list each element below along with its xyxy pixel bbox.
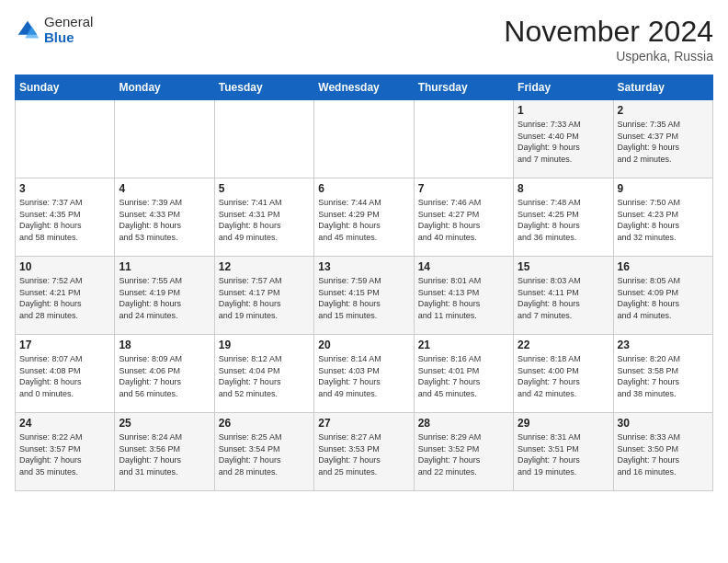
calendar-cell: 23Sunrise: 8:20 AM Sunset: 3:58 PM Dayli…	[613, 335, 712, 413]
calendar-cell: 17Sunrise: 8:07 AM Sunset: 4:08 PM Dayli…	[16, 335, 115, 413]
location-label: Uspenka, Russia	[504, 49, 713, 63]
day-number: 6	[318, 182, 409, 195]
day-number: 19	[219, 339, 310, 351]
calendar-cell	[16, 100, 115, 178]
day-number: 21	[418, 339, 509, 351]
day-info: Sunrise: 8:29 AM Sunset: 3:52 PM Dayligh…	[418, 431, 509, 477]
day-number: 26	[219, 417, 310, 430]
logo-blue-label: Blue	[44, 30, 93, 46]
day-number: 14	[418, 260, 509, 273]
day-info: Sunrise: 8:01 AM Sunset: 4:13 PM Dayligh…	[418, 275, 509, 321]
day-number: 29	[518, 417, 609, 430]
day-info: Sunrise: 8:33 AM Sunset: 3:50 PM Dayligh…	[618, 431, 709, 477]
calendar-cell: 1Sunrise: 7:33 AM Sunset: 4:40 PM Daylig…	[514, 100, 613, 178]
day-header-wednesday: Wednesday	[314, 75, 414, 100]
title-block: November 2024 Uspenka, Russia	[504, 15, 713, 63]
day-number: 12	[219, 260, 310, 273]
calendar-week-5: 24Sunrise: 8:22 AM Sunset: 3:57 PM Dayli…	[16, 413, 713, 491]
calendar-cell: 29Sunrise: 8:31 AM Sunset: 3:51 PM Dayli…	[514, 413, 613, 491]
calendar-cell: 8Sunrise: 7:48 AM Sunset: 4:25 PM Daylig…	[514, 178, 613, 257]
calendar-week-4: 17Sunrise: 8:07 AM Sunset: 4:08 PM Dayli…	[16, 335, 713, 413]
calendar-cell: 13Sunrise: 7:59 AM Sunset: 4:15 PM Dayli…	[314, 257, 414, 335]
calendar-cell	[115, 100, 214, 178]
calendar-cell: 20Sunrise: 8:14 AM Sunset: 4:03 PM Dayli…	[314, 335, 414, 413]
calendar-cell	[414, 100, 513, 178]
calendar-cell: 21Sunrise: 8:16 AM Sunset: 4:01 PM Dayli…	[414, 335, 513, 413]
calendar-cell: 4Sunrise: 7:39 AM Sunset: 4:33 PM Daylig…	[115, 178, 214, 257]
day-info: Sunrise: 7:46 AM Sunset: 4:27 PM Dayligh…	[418, 197, 509, 243]
day-number: 13	[318, 260, 409, 273]
day-number: 20	[318, 339, 409, 351]
day-number: 15	[518, 260, 609, 273]
day-info: Sunrise: 8:20 AM Sunset: 3:58 PM Dayligh…	[618, 353, 709, 399]
day-number: 24	[19, 417, 110, 430]
day-number: 22	[518, 339, 609, 351]
calendar-cell: 2Sunrise: 7:35 AM Sunset: 4:37 PM Daylig…	[613, 100, 712, 178]
day-number: 2	[618, 104, 709, 117]
day-info: Sunrise: 8:12 AM Sunset: 4:04 PM Dayligh…	[219, 353, 310, 399]
day-info: Sunrise: 8:16 AM Sunset: 4:01 PM Dayligh…	[418, 353, 509, 399]
page-header: General Blue November 2024 Uspenka, Russ…	[15, 15, 713, 63]
logo-icon	[15, 17, 40, 43]
calendar-week-1: 1Sunrise: 7:33 AM Sunset: 4:40 PM Daylig…	[16, 100, 713, 178]
calendar-cell: 10Sunrise: 7:52 AM Sunset: 4:21 PM Dayli…	[16, 257, 115, 335]
day-info: Sunrise: 8:31 AM Sunset: 3:51 PM Dayligh…	[518, 431, 609, 477]
day-info: Sunrise: 8:27 AM Sunset: 3:53 PM Dayligh…	[318, 431, 409, 477]
day-number: 5	[219, 182, 310, 195]
day-info: Sunrise: 7:50 AM Sunset: 4:23 PM Dayligh…	[618, 197, 709, 243]
day-header-monday: Monday	[115, 75, 214, 100]
day-number: 25	[119, 417, 210, 430]
day-info: Sunrise: 7:35 AM Sunset: 4:37 PM Dayligh…	[618, 119, 709, 165]
day-header-tuesday: Tuesday	[214, 75, 313, 100]
day-number: 7	[418, 182, 509, 195]
day-number: 18	[119, 339, 210, 351]
calendar-week-3: 10Sunrise: 7:52 AM Sunset: 4:21 PM Dayli…	[16, 257, 713, 335]
day-number: 16	[618, 260, 709, 273]
day-info: Sunrise: 7:48 AM Sunset: 4:25 PM Dayligh…	[518, 197, 609, 243]
day-info: Sunrise: 7:41 AM Sunset: 4:31 PM Dayligh…	[219, 197, 310, 243]
logo: General Blue	[15, 15, 93, 45]
day-info: Sunrise: 7:39 AM Sunset: 4:33 PM Dayligh…	[119, 197, 210, 243]
day-number: 17	[19, 339, 110, 351]
calendar-cell: 16Sunrise: 8:05 AM Sunset: 4:09 PM Dayli…	[613, 257, 712, 335]
calendar-cell: 6Sunrise: 7:44 AM Sunset: 4:29 PM Daylig…	[314, 178, 414, 257]
day-number: 28	[418, 417, 509, 430]
day-number: 8	[518, 182, 609, 195]
calendar-cell: 26Sunrise: 8:25 AM Sunset: 3:54 PM Dayli…	[214, 413, 313, 491]
day-info: Sunrise: 8:05 AM Sunset: 4:09 PM Dayligh…	[618, 275, 709, 321]
day-number: 1	[518, 104, 609, 117]
day-header-sunday: Sunday	[16, 75, 115, 100]
day-info: Sunrise: 8:22 AM Sunset: 3:57 PM Dayligh…	[19, 431, 110, 477]
day-info: Sunrise: 7:52 AM Sunset: 4:21 PM Dayligh…	[19, 275, 110, 321]
day-info: Sunrise: 8:03 AM Sunset: 4:11 PM Dayligh…	[518, 275, 609, 321]
logo-general-label: General	[44, 15, 93, 30]
calendar-cell: 22Sunrise: 8:18 AM Sunset: 4:00 PM Dayli…	[514, 335, 613, 413]
calendar-cell: 18Sunrise: 8:09 AM Sunset: 4:06 PM Dayli…	[115, 335, 214, 413]
day-info: Sunrise: 8:14 AM Sunset: 4:03 PM Dayligh…	[318, 353, 409, 399]
day-info: Sunrise: 7:59 AM Sunset: 4:15 PM Dayligh…	[318, 275, 409, 321]
day-info: Sunrise: 8:09 AM Sunset: 4:06 PM Dayligh…	[119, 353, 210, 399]
day-info: Sunrise: 7:33 AM Sunset: 4:40 PM Dayligh…	[518, 119, 609, 165]
day-number: 27	[318, 417, 409, 430]
day-number: 3	[19, 182, 110, 195]
day-info: Sunrise: 8:18 AM Sunset: 4:00 PM Dayligh…	[518, 353, 609, 399]
calendar-cell: 3Sunrise: 7:37 AM Sunset: 4:35 PM Daylig…	[16, 178, 115, 257]
day-number: 4	[119, 182, 210, 195]
month-title: November 2024	[504, 15, 713, 49]
calendar-cell: 11Sunrise: 7:55 AM Sunset: 4:19 PM Dayli…	[115, 257, 214, 335]
day-info: Sunrise: 8:25 AM Sunset: 3:54 PM Dayligh…	[219, 431, 310, 477]
calendar-cell: 30Sunrise: 8:33 AM Sunset: 3:50 PM Dayli…	[613, 413, 712, 491]
day-info: Sunrise: 8:24 AM Sunset: 3:56 PM Dayligh…	[119, 431, 210, 477]
day-header-friday: Friday	[514, 75, 613, 100]
logo-text: General Blue	[44, 15, 93, 45]
calendar-cell: 7Sunrise: 7:46 AM Sunset: 4:27 PM Daylig…	[414, 178, 513, 257]
calendar-cell: 12Sunrise: 7:57 AM Sunset: 4:17 PM Dayli…	[214, 257, 313, 335]
calendar-cell: 14Sunrise: 8:01 AM Sunset: 4:13 PM Dayli…	[414, 257, 513, 335]
calendar-cell: 19Sunrise: 8:12 AM Sunset: 4:04 PM Dayli…	[214, 335, 313, 413]
day-info: Sunrise: 7:57 AM Sunset: 4:17 PM Dayligh…	[219, 275, 310, 321]
days-header-row: SundayMondayTuesdayWednesdayThursdayFrid…	[16, 75, 713, 100]
calendar-cell	[314, 100, 414, 178]
calendar-cell: 5Sunrise: 7:41 AM Sunset: 4:31 PM Daylig…	[214, 178, 313, 257]
day-header-thursday: Thursday	[414, 75, 513, 100]
day-number: 23	[618, 339, 709, 351]
